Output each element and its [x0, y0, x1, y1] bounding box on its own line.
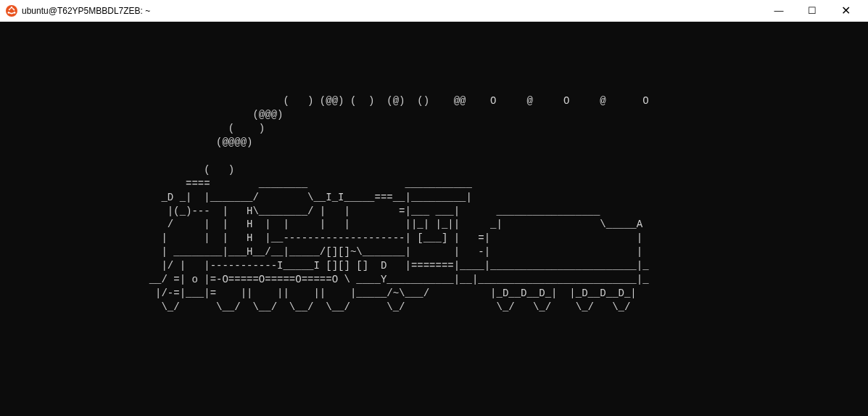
- minimize-button[interactable]: —: [762, 0, 795, 22]
- maximize-button[interactable]: ☐: [795, 0, 829, 22]
- titlebar: ubuntu@T62YP5MBBDL7ZEB: ~ — ☐ ✕: [0, 0, 868, 22]
- window-controls: — ☐ ✕: [762, 0, 862, 21]
- window-title: ubuntu@T62YP5MBBDL7ZEB: ~: [22, 6, 762, 16]
- close-button[interactable]: ✕: [829, 0, 862, 22]
- svg-point-2: [8, 12, 10, 14]
- terminal-content[interactable]: ( ) (@@) ( ) (@) () @@ O @ O @ O (@@@) (…: [0, 22, 868, 416]
- ubuntu-icon: [6, 5, 17, 17]
- svg-point-1: [11, 6, 13, 8]
- sl-train-ascii: ( ) (@@) ( ) (@) () @@ O @ O @ O (@@@) (…: [3, 40, 865, 314]
- svg-point-3: [14, 12, 16, 14]
